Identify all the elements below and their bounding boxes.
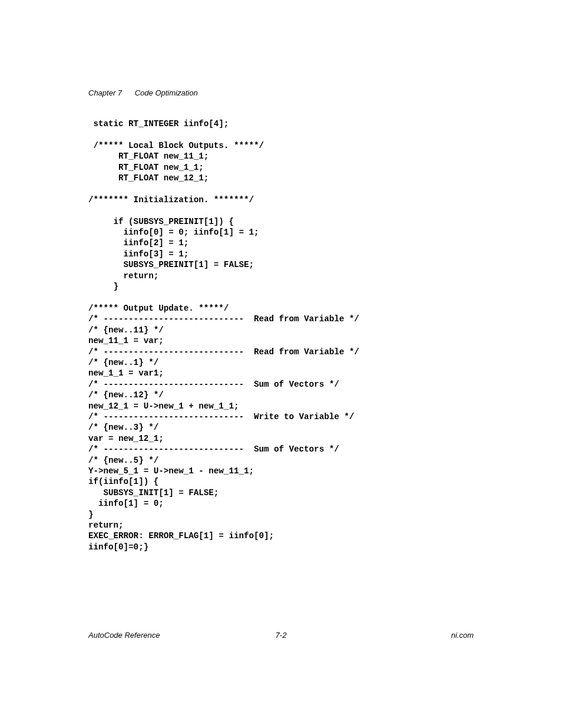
footer-site: ni.com [451, 631, 474, 640]
page-header: Chapter 7 Code Optimization [88, 88, 474, 97]
page-content: Chapter 7 Code Optimization static RT_IN… [0, 0, 562, 552]
chapter-title: Code Optimization [135, 88, 198, 97]
code-listing: static RT_INTEGER iinfo[4]; /***** Local… [88, 118, 474, 552]
footer-doc-title: AutoCode Reference [88, 631, 160, 640]
chapter-number: Chapter 7 [88, 88, 122, 97]
page-footer: AutoCode Reference 7-2 ni.com [88, 631, 474, 640]
footer-page-number: 7-2 [276, 631, 287, 640]
